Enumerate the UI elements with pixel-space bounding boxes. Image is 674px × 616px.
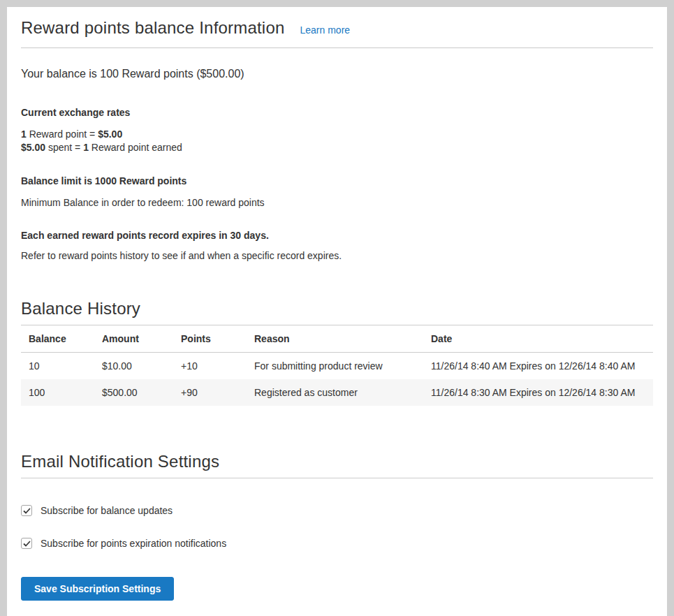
exchange-rates-heading: Current exchange rates — [21, 107, 653, 118]
subscribe-balance-checkbox[interactable] — [21, 505, 32, 516]
save-subscription-settings-button[interactable]: Save Subscription Settings — [21, 577, 174, 601]
exchange-rates: 1 Reward point = $5.00 $5.00 spent = 1 R… — [21, 128, 653, 154]
column-header-date: Date — [423, 325, 653, 353]
page-title: Reward points balance Information — [21, 18, 284, 38]
column-header-balance: Balance — [21, 325, 94, 353]
checkmark-icon — [23, 541, 31, 547]
subscribe-expiration-row: Subscribe for points expiration notifica… — [21, 538, 653, 549]
cell-points: +10 — [173, 353, 247, 380]
cell-amount: $10.00 — [94, 353, 173, 380]
table-row: 100 $500.00 +90 Registered as customer 1… — [21, 379, 653, 406]
cell-balance: 100 — [21, 379, 94, 406]
cell-date: 11/26/14 8:40 AM Expires on 12/26/14 8:4… — [423, 353, 653, 380]
column-header-amount: Amount — [94, 325, 173, 353]
expiration-heading: Each earned reward points record expires… — [21, 230, 653, 241]
table-row: 10 $10.00 +10 For submitting product rev… — [21, 353, 653, 380]
exchange-rate-line-2: $5.00 spent = 1 Reward point earned — [21, 141, 653, 154]
page-header: Reward points balance Information Learn … — [21, 18, 653, 48]
subscribe-balance-label: Subscribe for balance updates — [41, 505, 173, 516]
learn-more-link[interactable]: Learn more — [300, 24, 350, 36]
reward-points-panel: Reward points balance Information Learn … — [7, 7, 667, 616]
column-header-reason: Reason — [247, 325, 423, 353]
checkmark-icon — [23, 508, 31, 514]
cell-date: 11/26/14 8:30 AM Expires on 12/26/14 8:3… — [423, 379, 653, 406]
exchange-rate-line-1: 1 Reward point = $5.00 — [21, 128, 653, 141]
cell-amount: $500.00 — [94, 379, 173, 406]
cell-reason: Registered as customer — [247, 379, 423, 406]
subscribe-expiration-checkbox[interactable] — [21, 538, 32, 549]
balance-limit-text: Balance limit is 1000 Reward points — [21, 175, 653, 186]
balance-summary: Your balance is 100 Reward points ($500.… — [21, 68, 653, 80]
cell-points: +90 — [173, 379, 247, 406]
column-header-points: Points — [173, 325, 247, 353]
balance-history-table: Balance Amount Points Reason Date 10 $10… — [21, 325, 653, 406]
cell-reason: For submitting product review — [247, 353, 423, 380]
table-header-row: Balance Amount Points Reason Date — [21, 325, 653, 353]
balance-history-title: Balance History — [21, 299, 653, 325]
subscribe-balance-row: Subscribe for balance updates — [21, 505, 653, 516]
email-settings-title: Email Notification Settings — [21, 452, 653, 478]
minimum-balance-text: Minimum Balance in order to redeem: 100 … — [21, 197, 653, 208]
cell-balance: 10 — [21, 353, 94, 380]
expiration-note: Refer to reward points history to see if… — [21, 250, 653, 261]
subscribe-expiration-label: Subscribe for points expiration notifica… — [41, 538, 226, 549]
